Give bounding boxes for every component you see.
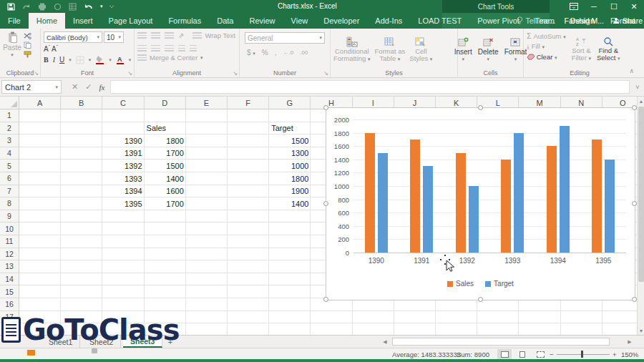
scroll-left-icon[interactable]: ◀ <box>379 337 391 346</box>
merge-center-button[interactable]: Merge & Center▾ <box>137 54 236 62</box>
grid-icon[interactable] <box>69 3 77 11</box>
cell-G7[interactable]: 1900 <box>269 185 311 197</box>
chart-selection-handle-4[interactable] <box>632 201 637 206</box>
tab-page-layout[interactable]: Page Layout <box>101 13 161 29</box>
zoom-slider[interactable] <box>557 354 610 355</box>
column-header-B[interactable]: B <box>61 97 102 109</box>
cell-D4[interactable]: 1700 <box>145 147 186 160</box>
cell-C3[interactable]: 1390 <box>102 134 144 147</box>
chart-selection-handle-6[interactable] <box>478 297 483 302</box>
cancel-icon[interactable]: ✕ <box>72 82 78 92</box>
cut-icon[interactable] <box>24 33 31 39</box>
zoom-out-button[interactable]: − <box>550 351 554 358</box>
bar-target-1391[interactable] <box>423 166 433 253</box>
font-dialog-launcher-icon[interactable]: ↘ <box>127 70 132 77</box>
scroll-down-icon[interactable]: ▼ <box>638 326 644 335</box>
zoom-level[interactable]: 150% <box>621 351 638 358</box>
row-header-2[interactable]: 2 <box>0 122 19 135</box>
row-header-7[interactable]: 7 <box>0 185 19 198</box>
tab-developer[interactable]: Developer <box>316 13 367 29</box>
horizontal-scrollbar[interactable]: ◀ ▶ <box>379 337 635 346</box>
bar-target-1394[interactable] <box>560 126 570 253</box>
tab-add-ins[interactable]: Add-Ins <box>367 13 410 29</box>
select-all-corner[interactable] <box>0 97 19 109</box>
align-center-icon[interactable] <box>151 45 160 52</box>
underline-button[interactable]: U <box>59 56 64 64</box>
collapse-ribbon-icon[interactable]: ∧ <box>629 67 634 74</box>
align-left-icon[interactable] <box>137 45 147 52</box>
chart-legend[interactable]: SalesTarget <box>326 280 635 288</box>
zoom-slider-thumb[interactable] <box>581 351 583 358</box>
bar-target-1390[interactable] <box>378 153 388 253</box>
find-select-button[interactable]: Find &Select ▾ <box>597 31 620 67</box>
chart-selection-handle-0[interactable] <box>323 105 328 110</box>
bar-sales-1394[interactable] <box>547 146 557 253</box>
row-header-13[interactable]: 13 <box>0 260 19 273</box>
bar-target-1395[interactable] <box>605 160 615 253</box>
wrap-text-button[interactable]: Wrap Text <box>192 31 235 39</box>
column-header-F[interactable]: F <box>228 97 269 109</box>
cell-D3[interactable]: 1800 <box>145 134 186 147</box>
column-header-E[interactable]: E <box>186 97 228 109</box>
qat-customize-icon[interactable]: ⸪ <box>110 3 114 10</box>
accounting-format-button[interactable]: $ ▾ <box>247 49 255 57</box>
row-header-3[interactable]: 3 <box>0 134 19 147</box>
alignment-dialog-launcher-icon[interactable]: ↘ <box>233 70 238 77</box>
format-as-table-button[interactable]: Format asTable ▾ <box>375 32 406 67</box>
font-size-select[interactable]: 10▾ <box>104 31 124 43</box>
comma-style-button[interactable]: , <box>275 49 277 57</box>
maximize-button[interactable]: ☐ <box>604 0 624 13</box>
tab-data[interactable]: Data <box>209 13 241 29</box>
touch-mode-icon[interactable] <box>54 3 62 11</box>
tab-review[interactable]: Review <box>241 13 283 29</box>
sort-filter-button[interactable]: AZ Sort &Filter ▾ <box>572 31 591 67</box>
horizontal-scroll-thumb[interactable] <box>392 338 610 346</box>
vertical-scrollbar[interactable]: ▲ ▼ <box>637 97 644 335</box>
tab-load-test[interactable]: LOAD TEST <box>410 13 469 29</box>
align-top-icon[interactable] <box>137 32 147 39</box>
bar-sales-1390[interactable] <box>365 133 375 253</box>
tab-formulas[interactable]: Formulas <box>160 13 209 29</box>
clipboard-dialog-launcher-icon[interactable]: ↘ <box>34 70 39 77</box>
decrease-indent-icon[interactable] <box>178 45 185 52</box>
undo-dropdown-icon[interactable]: ▾ <box>100 4 103 9</box>
borders-icon[interactable] <box>76 56 84 64</box>
row-header-10[interactable]: 10 <box>0 222 19 235</box>
cell-C4[interactable]: 1391 <box>102 147 144 160</box>
normal-view-button[interactable] <box>497 349 512 359</box>
formula-bar-expand-icon[interactable]: ˅ <box>633 84 643 91</box>
share-button[interactable]: Share <box>613 16 643 25</box>
ribbon-display-options-icon[interactable] <box>564 0 584 13</box>
column-header-A[interactable]: A <box>19 97 61 109</box>
tell-me-box[interactable]: Tell me... <box>517 16 556 25</box>
tab-file[interactable]: File <box>0 13 29 29</box>
redo-icon[interactable] <box>22 3 31 10</box>
autosum-button[interactable]: Σ AutoSum ▾ <box>527 31 566 40</box>
fill-button[interactable]: ⤓ Fill ▾ <box>527 42 566 51</box>
align-right-icon[interactable] <box>165 45 174 52</box>
cell-C7[interactable]: 1394 <box>102 185 144 197</box>
chart-selection-handle-1[interactable] <box>478 105 483 110</box>
row-header-1[interactable]: 1 <box>0 109 19 122</box>
scroll-right-icon[interactable]: ▶ <box>624 337 635 346</box>
tab-insert[interactable]: Insert <box>65 13 101 29</box>
legend-item-sales[interactable]: Sales <box>447 280 474 288</box>
cell-C5[interactable]: 1392 <box>102 160 144 172</box>
chart-selection-handle-3[interactable] <box>323 201 328 206</box>
page-layout-view-button[interactable] <box>515 349 530 359</box>
column-header-D[interactable]: D <box>145 97 186 109</box>
cell-C6[interactable]: 1393 <box>102 172 144 185</box>
bold-button[interactable]: B <box>44 56 49 64</box>
formula-input[interactable] <box>110 80 630 94</box>
minimize-button[interactable]: ─ <box>584 0 604 13</box>
font-color-icon[interactable]: A <box>116 55 125 64</box>
tab-home[interactable]: Home <box>29 13 65 29</box>
cell-G6[interactable]: 1800 <box>269 172 311 185</box>
chart-selection-handle-5[interactable] <box>323 297 328 302</box>
cell-G4[interactable]: 1300 <box>269 147 311 160</box>
row-header-16[interactable]: 16 <box>0 298 19 311</box>
bar-target-1393[interactable] <box>514 133 524 253</box>
insert-cells-button[interactable]: Insert▾ <box>454 32 472 67</box>
cell-C8[interactable]: 1395 <box>102 197 144 210</box>
enter-icon[interactable]: ✓ <box>85 82 92 92</box>
